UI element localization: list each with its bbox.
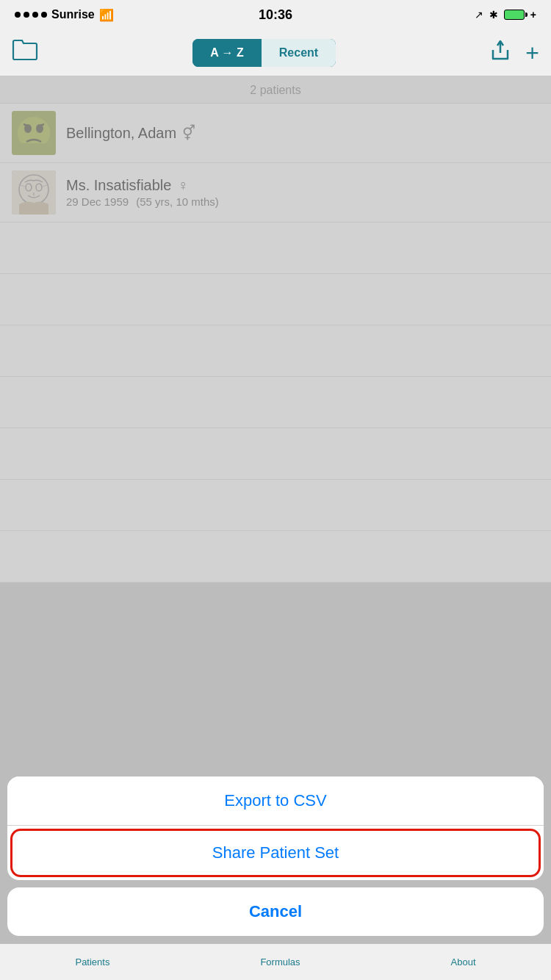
location-icon: ↗	[475, 9, 483, 21]
signal-dot-4	[41, 12, 47, 18]
status-right: ↗ ✱ +	[475, 9, 536, 21]
bluetooth-icon: ✱	[489, 9, 498, 21]
carrier-name: Sunrise	[51, 8, 95, 21]
signal-dot-1	[15, 12, 21, 18]
tab-formulas[interactable]: Formulas	[260, 956, 300, 968]
signal-dot-3	[32, 12, 38, 18]
nav-right-actions: +	[490, 38, 539, 67]
sort-az-button[interactable]: A → Z	[192, 39, 262, 67]
nav-bar: A → Z Recent +	[0, 29, 551, 76]
share-patient-set-button[interactable]: Share Patient Set	[10, 829, 541, 877]
status-bar: Sunrise 📶 10:36 ↗ ✱ +	[0, 0, 551, 29]
status-time: 10:36	[259, 7, 292, 23]
signal-dot-2	[24, 12, 29, 18]
tab-about[interactable]: About	[451, 956, 476, 968]
cancel-sheet: Cancel	[7, 887, 544, 936]
share-icon[interactable]	[490, 38, 511, 67]
tab-bar: Patients Formulas About	[0, 943, 551, 980]
action-sheet-divider	[7, 825, 544, 826]
signal-dots	[15, 12, 47, 18]
sort-segment-control[interactable]: A → Z Recent	[192, 39, 336, 67]
add-icon[interactable]: +	[525, 41, 539, 65]
export-csv-button[interactable]: Export to CSV	[7, 777, 544, 825]
tab-patients[interactable]: Patients	[75, 956, 109, 968]
wifi-icon: 📶	[99, 8, 114, 22]
sort-recent-button[interactable]: Recent	[262, 39, 336, 67]
tab-patients-label: Patients	[75, 956, 109, 968]
main-area: 2 patients	[0, 76, 551, 943]
tab-about-label: About	[451, 956, 476, 968]
tab-formulas-label: Formulas	[260, 956, 300, 968]
charging-icon: +	[530, 9, 536, 21]
battery-icon	[504, 10, 525, 20]
status-left: Sunrise 📶	[15, 8, 114, 22]
action-sheet: Export to CSV Share Patient Set	[7, 777, 544, 880]
cancel-button[interactable]: Cancel	[7, 887, 544, 936]
action-sheet-container: Export to CSV Share Patient Set Cancel	[0, 777, 551, 943]
folder-icon[interactable]	[12, 39, 38, 66]
